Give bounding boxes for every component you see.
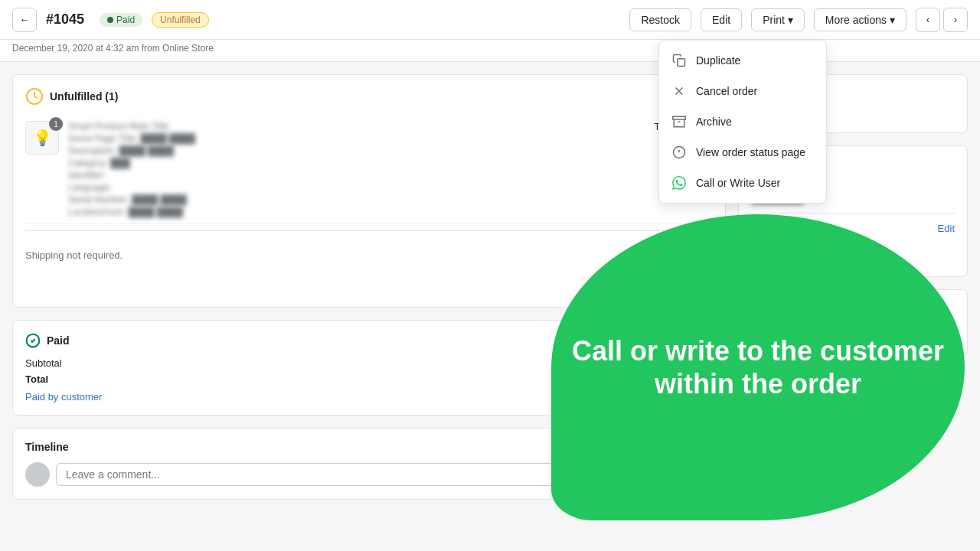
duplicate-label: Duplicate xyxy=(696,54,740,67)
paid-title: Paid xyxy=(47,334,70,347)
view-status-label: View order status page xyxy=(696,146,805,158)
unfulfilled-title: Unfulfilled (1) xyxy=(50,90,118,103)
product-detail-4: Identifier: xyxy=(68,170,645,181)
order-number: #1045 xyxy=(46,11,84,28)
call-write-label: Call or Write User xyxy=(696,177,780,189)
more-actions-label: More actions xyxy=(825,14,887,26)
unfulfilled-icon xyxy=(25,87,44,106)
page-header: ← #1045 Paid Unfulfilled Restock Edit Pr… xyxy=(0,0,980,40)
menu-item-call-write[interactable]: Call or Write User xyxy=(659,168,826,198)
view-status-icon xyxy=(671,145,687,160)
menu-item-duplicate[interactable]: Duplicate xyxy=(659,45,826,76)
product-info: Smart Product Main Title Some Page Title… xyxy=(68,121,645,217)
cancel-label: Cancel order xyxy=(696,85,757,97)
product-detail-1: Some Page Title: ████ ████ xyxy=(68,133,645,144)
paid-checkmark-icon xyxy=(25,333,41,348)
product-detail-6: Serial Number: ████ ████ xyxy=(68,194,645,205)
divider-1 xyxy=(751,213,955,214)
product-detail-5: Language: xyxy=(68,182,645,193)
menu-item-cancel[interactable]: Cancel order xyxy=(659,76,826,106)
back-icon: ← xyxy=(19,14,29,25)
menu-item-view-status[interactable]: View order status page xyxy=(659,137,826,168)
cancel-icon xyxy=(671,83,687,99)
product-detail-3: Category: ███ xyxy=(68,158,645,168)
archive-label: Archive xyxy=(696,116,732,128)
unfulfilled-badge: Unfulfilled xyxy=(152,12,209,28)
back-button[interactable]: ← xyxy=(12,8,37,32)
shipping-note: Shipping not required. xyxy=(25,249,713,261)
svg-rect-3 xyxy=(673,116,686,119)
prev-arrow[interactable]: ‹ xyxy=(916,8,940,32)
product-name: Smart Product Main Title xyxy=(68,121,645,132)
edit-button[interactable]: Edit xyxy=(701,8,742,31)
restock-button[interactable]: Restock xyxy=(629,8,691,31)
menu-item-archive[interactable]: Archive xyxy=(659,106,826,137)
duplicate-icon xyxy=(671,53,687,68)
product-image: 💡 1 xyxy=(25,121,59,155)
unfulfilled-header: Unfulfilled (1) xyxy=(25,87,713,106)
total-label: Total xyxy=(25,373,48,385)
order-date: December 19, 2020 at 4:32 am from Online… xyxy=(12,43,214,54)
more-actions-dropdown: Duplicate Cancel order Archive View orde… xyxy=(658,40,827,204)
timeline-title: Timeline xyxy=(25,441,69,453)
overlay-text: Call or write to the customer within the… xyxy=(551,319,965,416)
user-avatar xyxy=(25,462,50,487)
nav-arrows: ‹ › xyxy=(916,8,968,32)
paid-badge: Paid xyxy=(100,13,142,27)
product-detail-7: Location/num: ████ ████ xyxy=(68,207,645,217)
next-arrow[interactable]: › xyxy=(943,8,968,32)
comment-input[interactable] xyxy=(66,468,590,481)
edit-contact-link[interactable]: Edit xyxy=(938,223,955,234)
qty-badge: 1 xyxy=(49,117,63,131)
product-row: 💡 1 Smart Product Main Title Some Page T… xyxy=(25,115,713,224)
product-detail-2: Description: ████ ████ xyxy=(68,145,645,156)
whatsapp-icon xyxy=(671,175,687,191)
archive-icon xyxy=(671,114,687,129)
subtotal-label: Subtotal xyxy=(25,357,62,369)
order-subtitle: December 19, 2020 at 4:32 am from Online… xyxy=(0,40,980,62)
chevron-down-icon: ▾ xyxy=(890,14,895,26)
svg-rect-0 xyxy=(678,59,685,67)
promo-overlay: Call or write to the customer within the… xyxy=(551,214,965,520)
more-actions-button[interactable]: More actions ▾ xyxy=(814,8,906,31)
print-button[interactable]: Print ▾ xyxy=(751,8,805,31)
